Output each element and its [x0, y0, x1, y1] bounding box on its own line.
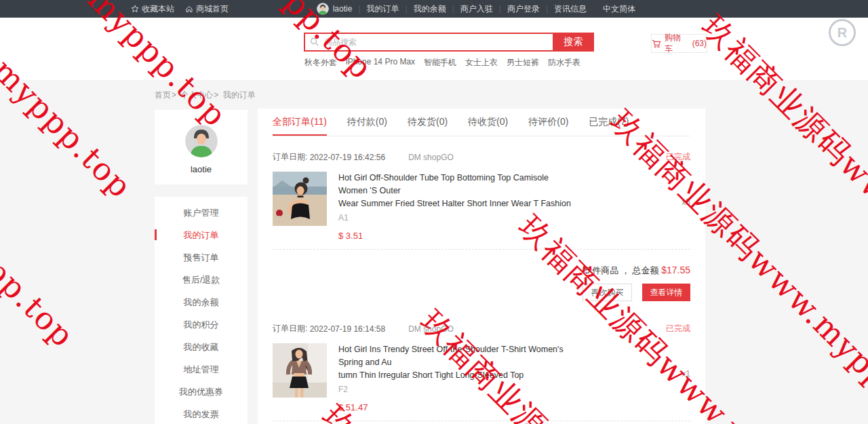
product-title-line1: Hot Girl Off-Shoulder Tube Top Bottoming… — [338, 172, 576, 197]
product-title-line2: tumn Thin Irregular Short Tight Long-Sle… — [338, 369, 576, 382]
product-sku: F2 — [338, 385, 576, 394]
topbar-username[interactable]: laotie — [333, 4, 353, 14]
site-logo-letter: R — [837, 25, 847, 41]
topbar-separator: | — [452, 4, 454, 14]
order-item: 订单日期: 2022-07-19 16:42:56 DM shopGO 已完成 — [273, 151, 690, 301]
product-photo-beach — [273, 172, 327, 226]
topbar-link-my-balance[interactable]: 我的余额 — [414, 3, 446, 15]
sidebar-avatar[interactable] — [185, 125, 218, 157]
sidebar-item-address[interactable]: 地址管理 — [155, 358, 248, 381]
product-photo-indoor — [273, 343, 327, 398]
topbar-right: laotie | 我的订单 | 我的余额 | 商户入驻 | 商户登录 | 资讯信… — [317, 3, 635, 15]
product-image[interactable] — [273, 172, 327, 226]
hot-keyword[interactable]: 防水手表 — [548, 57, 580, 69]
order-total-amount: $17.55 — [661, 265, 690, 275]
order-header: 订单日期: 2022-07-19 16:42:56 DM shopGO 已完成 — [273, 151, 690, 163]
page: 收藏本站 商城首页 — [0, 0, 868, 424]
topbar: 收藏本站 商城首页 — [0, 0, 868, 18]
product-info: Hot Girl Off-Shoulder Tube Top Bottoming… — [338, 172, 576, 241]
mall-home-link[interactable]: 商城首页 — [185, 3, 229, 15]
cart-icon — [652, 39, 661, 48]
search-input[interactable] — [304, 33, 553, 52]
breadcrumb-separator: > — [172, 90, 176, 100]
topbar-link-merchant-login[interactable]: 商户登录 — [507, 3, 540, 15]
topbar-separator: | — [358, 4, 360, 14]
product-quantity: x5 — [682, 197, 690, 207]
sidebar-item-my-balance[interactable]: 我的余额 — [155, 291, 248, 313]
sidebar-item-my-points[interactable]: 我的积分 — [155, 313, 248, 336]
sidebar-item-my-favorites[interactable]: 我的收藏 — [155, 336, 248, 358]
order-date: 2022-07-19 16:14:58 — [310, 324, 385, 334]
topbar-link-news[interactable]: 资讯信息 — [554, 3, 587, 15]
favorite-site-link[interactable]: 收藏本站 — [131, 3, 174, 15]
search-bar: 搜索 — [304, 33, 594, 52]
order-summary-text: 5 件商品 ， 总金额 — [585, 265, 661, 275]
product-title-line1: Hot Girl Ins Trendy Street Off-the-Shoul… — [338, 343, 576, 369]
sidebar-item-account[interactable]: 账户管理 — [155, 201, 248, 224]
cart-count: (63) — [692, 39, 707, 48]
topbar-separator: | — [406, 4, 408, 14]
language-switcher[interactable]: 中文简体 — [603, 3, 635, 15]
product-info: Hot Girl Ins Trendy Street Off-the-Shoul… — [338, 343, 576, 412]
hot-keyword[interactable]: 女士上衣 — [465, 57, 498, 69]
product-sku: A1 — [338, 213, 576, 223]
hot-keyword[interactable]: 智能手机 — [424, 57, 456, 69]
hot-keyword[interactable]: iPhone 14 Pro Max — [346, 57, 415, 69]
tab-pending-shipment[interactable]: 待发货(0) — [408, 109, 448, 136]
tab-completed[interactable]: 已完成(7) — [589, 109, 629, 136]
order-header: 订单日期: 2022-07-19 16:14:58 DM shopGO 已完成 — [273, 323, 690, 334]
order-status-badge: 已完成 — [666, 151, 690, 163]
sidebar-item-label: 我的订单 — [184, 230, 219, 240]
hot-keyword[interactable]: 男士短裤 — [507, 57, 539, 69]
user-avatar-icon — [185, 125, 218, 157]
hot-keywords: 秋冬外套 iPhone 14 Pro Max 智能手机 女士上衣 男士短裤 防水… — [304, 57, 580, 69]
product-price: $ 3.51 — [338, 231, 576, 241]
sidebar-menu: 账户管理 我的订单 预售订单 售后/退款 我的余额 我的积分 我的收藏 地址管理… — [155, 197, 248, 424]
topbar-link-merchant-join[interactable]: 商户入驻 — [460, 3, 493, 15]
sidebar-item-aftersale-refund[interactable]: 售后/退款 — [155, 269, 248, 291]
order-date-label: 订单日期: — [273, 151, 307, 163]
sidebar-item-presale-orders[interactable]: 预售订单 — [155, 246, 248, 269]
view-details-button[interactable]: 查看详情 — [642, 284, 690, 301]
order-store[interactable]: DM shopGO — [408, 324, 454, 334]
orders-panel: 全部订单(11) 待付款(0) 待发货(0) 待收货(0) 待评价(0) 已完成… — [258, 109, 705, 424]
order-store[interactable]: DM shopGO — [408, 153, 454, 162]
topbar-avatar[interactable] — [317, 3, 329, 15]
order-date-label: 订单日期: — [273, 323, 307, 334]
order-status-badge: 已完成 — [666, 323, 690, 334]
sidebar-item-my-coupons[interactable]: 我的优惠券 — [155, 381, 248, 403]
tab-all-orders[interactable]: 全部订单(11) — [273, 109, 327, 136]
search-icon — [310, 37, 319, 47]
home-icon — [185, 5, 193, 13]
rebuy-button[interactable]: 再次购买 — [583, 284, 632, 301]
product-title-line2: Wear Summer Fried Street Halter Short In… — [338, 197, 576, 210]
topbar-separator: | — [499, 4, 501, 14]
order-divider — [273, 421, 690, 421]
header: 搜索 秋冬外套 iPhone 14 Pro Max 智能手机 女士上衣 男士短裤… — [0, 18, 868, 80]
product-title[interactable]: Hot Girl Off-Shoulder Tube Top Bottoming… — [338, 172, 576, 210]
order-tabs: 全部订单(11) 待付款(0) 待发货(0) 待收货(0) 待评价(0) 已完成… — [273, 109, 690, 136]
order-divider — [273, 249, 690, 250]
tab-pending-receipt[interactable]: 待收货(0) — [468, 109, 508, 136]
mall-home-label: 商城首页 — [196, 3, 229, 15]
product-quantity: x1 — [682, 369, 690, 379]
breadcrumb-home[interactable]: 首页 — [155, 90, 171, 100]
order-product-row: Hot Girl Off-Shoulder Tube Top Bottoming… — [273, 172, 690, 241]
product-title[interactable]: Hot Girl Ins Trendy Street Off-the-Shoul… — [338, 343, 576, 382]
sidebar-item-my-invoices[interactable]: 我的发票 — [155, 403, 248, 424]
tab-pending-review[interactable]: 待评价(0) — [528, 109, 568, 136]
tab-pending-payment[interactable]: 待付款(0) — [347, 109, 387, 136]
topbar-link-my-orders[interactable]: 我的订单 — [367, 3, 399, 15]
product-image[interactable] — [273, 343, 327, 398]
user-avatar-icon — [317, 3, 329, 15]
hot-keyword[interactable]: 秋冬外套 — [304, 57, 337, 69]
cart-label: 购物车 — [665, 32, 689, 55]
sidebar-item-my-orders[interactable]: 我的订单 — [155, 224, 248, 246]
order-actions: 再次购买 查看详情 — [273, 284, 690, 301]
order-date: 2022-07-19 16:42:56 — [310, 153, 385, 162]
sidebar-username: laotie — [155, 164, 248, 174]
search-button[interactable]: 搜索 — [553, 33, 594, 52]
cart-button[interactable]: 购物车 (63) — [651, 34, 707, 53]
breadcrumb: 首页> 个人中心> 我的订单 — [155, 90, 256, 101]
breadcrumb-personal-center[interactable]: 个人中心 — [180, 90, 213, 100]
